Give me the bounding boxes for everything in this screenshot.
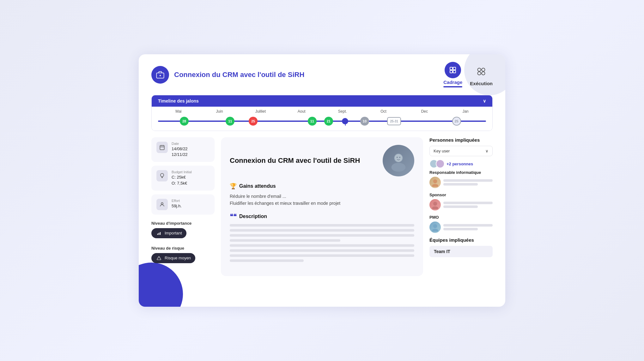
budget-card: Budget Initial C: 25k€O: 7,5k€ bbox=[151, 166, 215, 190]
persons-count: +2 personnes bbox=[447, 162, 473, 166]
tab-cadrage[interactable]: Cadrage bbox=[443, 62, 462, 87]
svg-rect-20 bbox=[157, 234, 158, 235]
responsable-avatar-row bbox=[429, 177, 493, 188]
importance-badge: Important bbox=[151, 228, 186, 238]
project-title: Connexion du CRM avec l'outil de SiRH bbox=[174, 71, 304, 79]
timeline-dot-25[interactable]: 25 bbox=[249, 117, 258, 126]
sponsor-avatar bbox=[429, 199, 441, 210]
month-jan: Jan bbox=[445, 109, 486, 114]
risk-section: Niveau de risque Risque moyen bbox=[151, 246, 215, 263]
budget-value: C: 25k€O: 7,5k€ bbox=[172, 175, 192, 186]
desc-line-1 bbox=[230, 224, 414, 227]
pmo-avatar bbox=[429, 222, 441, 233]
equipes-title: Équipes impliquées bbox=[429, 237, 493, 243]
timeline-bar-area: 28 11 25 11 21 10 25-31 25 bbox=[152, 114, 492, 131]
svg-point-33 bbox=[432, 206, 438, 209]
importance-label: Niveau d'importance bbox=[151, 221, 215, 226]
gains-line1: Réduire le nombre d'email ... bbox=[230, 193, 414, 200]
project-icon bbox=[151, 66, 169, 84]
tab-cadrage-label: Cadrage bbox=[443, 80, 462, 85]
sponsor-name-bar bbox=[443, 202, 493, 204]
risk-icon bbox=[156, 255, 162, 261]
svg-rect-4 bbox=[453, 67, 456, 70]
pmo-name-bar bbox=[443, 224, 493, 227]
tab-execution-icon bbox=[473, 63, 489, 80]
effort-label: Effort bbox=[172, 199, 182, 203]
pmo-avatar-row bbox=[429, 222, 493, 233]
effort-value: 59j.h. bbox=[172, 203, 182, 209]
timeline-dot-25-31[interactable]: 25-31 bbox=[387, 117, 401, 125]
timeline-line: 28 11 25 11 21 10 25-31 25 bbox=[158, 121, 486, 122]
pmo-entry: PMO bbox=[429, 215, 493, 233]
svg-point-28 bbox=[397, 157, 398, 158]
timeline-dot-28[interactable]: 28 bbox=[180, 117, 189, 126]
svg-point-10 bbox=[482, 72, 485, 75]
svg-point-27 bbox=[394, 154, 402, 162]
gains-icon: 🏆 bbox=[230, 183, 237, 190]
pmo-name-bar2 bbox=[443, 228, 478, 230]
svg-point-31 bbox=[432, 184, 438, 187]
description-lines bbox=[230, 224, 414, 262]
tab-execution[interactable]: Exécution bbox=[470, 63, 493, 86]
svg-rect-21 bbox=[159, 233, 159, 235]
month-juin: Juin bbox=[199, 109, 240, 114]
app-container: Connexion du CRM avec l'outil de SiRH Ca… bbox=[139, 54, 505, 307]
dropdown-chevron: ∨ bbox=[485, 149, 489, 153]
sponsor-avatar-row bbox=[429, 199, 493, 210]
timeline-section: Timeline des jalons ∨ Mai Juin Juilliet … bbox=[151, 95, 493, 131]
risk-label: Niveau de risque bbox=[151, 246, 215, 251]
timeline-dot-21[interactable]: 21 bbox=[324, 117, 333, 126]
effort-card: Effort 59j.h. bbox=[151, 194, 215, 215]
sponsor-info bbox=[443, 202, 493, 208]
description-section: ❝❝ Description bbox=[230, 213, 414, 220]
timeline-dot-11b[interactable]: 11 bbox=[308, 117, 317, 126]
svg-rect-15 bbox=[160, 145, 164, 150]
key-user-dropdown[interactable]: Key user ∨ bbox=[429, 146, 493, 156]
sponsor-name-bar2 bbox=[443, 205, 478, 208]
svg-point-30 bbox=[433, 179, 437, 183]
right-panel: Personnes impliquées Key user ∨ +2 perso… bbox=[429, 137, 493, 276]
month-dec: Dec bbox=[404, 109, 445, 114]
date-content: Date 14/08/2212/11/22 bbox=[172, 142, 188, 157]
timeline-chevron[interactable]: ∨ bbox=[483, 98, 486, 104]
avatar-2 bbox=[436, 159, 445, 168]
tab-cadrage-underline bbox=[443, 86, 462, 87]
svg-point-7 bbox=[478, 68, 481, 71]
tab-execution-label: Exécution bbox=[470, 81, 493, 86]
responsable-info bbox=[443, 179, 493, 186]
responsable-name-bar2 bbox=[443, 183, 478, 186]
month-aout: Aout bbox=[281, 109, 322, 114]
timeline-header[interactable]: Timeline des jalons ∨ bbox=[152, 95, 492, 107]
svg-point-29 bbox=[399, 157, 400, 158]
description-title-text: Description bbox=[239, 214, 267, 219]
person-avatars bbox=[429, 159, 445, 168]
desc-line-2 bbox=[230, 229, 414, 232]
header: Connexion du CRM avec l'outil de SiRH Ca… bbox=[139, 54, 505, 95]
timeline-dot-10[interactable]: 10 bbox=[360, 117, 369, 126]
date-label: Date bbox=[172, 142, 188, 145]
importance-text: Important bbox=[165, 231, 182, 235]
svg-rect-5 bbox=[450, 70, 453, 73]
equipes-section: Équipes impliquées Team IT bbox=[429, 237, 493, 257]
desc-line-8 bbox=[230, 259, 304, 262]
budget-content: Budget Initial C: 25k€O: 7,5k€ bbox=[172, 170, 192, 186]
budget-icon bbox=[156, 170, 168, 181]
svg-rect-22 bbox=[160, 232, 161, 235]
responsable-name-bar bbox=[443, 179, 493, 182]
responsable-entry: Responsable informatique bbox=[429, 170, 493, 188]
risk-text: Risque moyen bbox=[165, 256, 191, 260]
svg-point-19 bbox=[161, 203, 163, 204]
pmo-label: PMO bbox=[429, 215, 493, 220]
month-sept: Sept. bbox=[322, 109, 363, 114]
timeline-dot-11a[interactable]: 11 bbox=[226, 117, 234, 126]
header-tabs: Cadrage Exécution bbox=[443, 62, 493, 87]
gains-title-text: Gains attendus bbox=[239, 183, 276, 189]
desc-line-7 bbox=[230, 254, 414, 257]
timeline-dot-current[interactable] bbox=[342, 118, 348, 124]
timeline-dot-25b[interactable]: 25 bbox=[452, 117, 461, 126]
gains-text: Réduire le nombre d'email ... Fluidifier… bbox=[230, 193, 414, 207]
importance-icon bbox=[156, 230, 162, 236]
team-badge: Team IT bbox=[429, 246, 493, 257]
date-icon bbox=[156, 142, 168, 153]
svg-rect-6 bbox=[453, 70, 456, 73]
